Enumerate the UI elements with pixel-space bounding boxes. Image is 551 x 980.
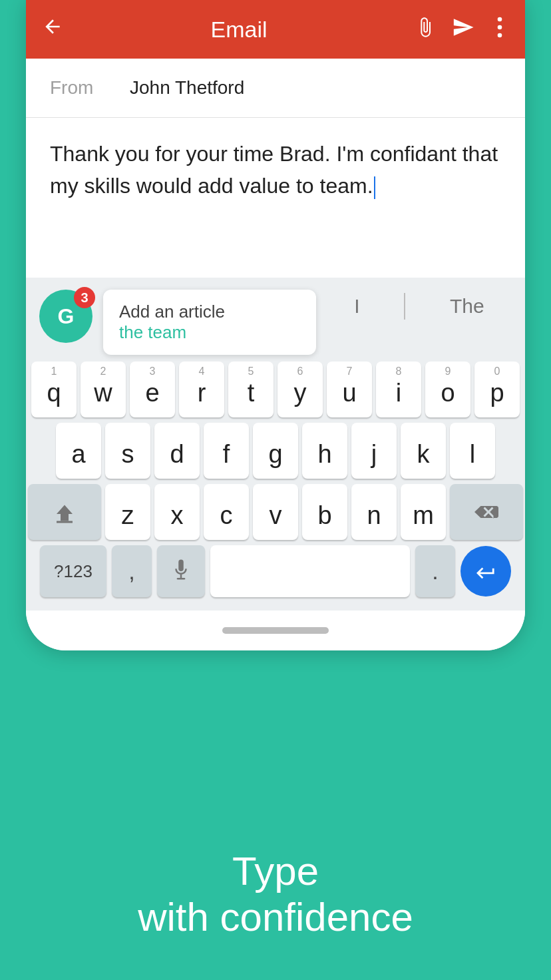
suggestion-option-the[interactable]: The: [439, 290, 495, 323]
email-text: Thank you for your time Brad. I'm confid…: [50, 138, 501, 202]
key-e[interactable]: 3e: [130, 362, 175, 417]
key-s[interactable]: s: [105, 423, 150, 479]
keyboard-row-3: z x c v b n m: [26, 484, 525, 540]
suggestion-divider: [404, 293, 405, 320]
key-y[interactable]: 6y: [277, 362, 323, 417]
keyboard-bottom-row: ?123 , .: [26, 545, 525, 597]
suggestion-area: G 3 Add an article the team I The: [26, 278, 525, 355]
key-b[interactable]: b: [302, 484, 347, 540]
key-t[interactable]: 5t: [228, 362, 274, 417]
attach-icon[interactable]: [415, 17, 436, 43]
svg-point-0: [498, 17, 502, 21]
top-bar-icons: [415, 15, 509, 44]
comma-key[interactable]: ,: [112, 545, 152, 597]
svg-point-2: [498, 33, 502, 37]
keyboard-row-2: a s d f g h j k l: [26, 423, 525, 479]
key-q[interactable]: 1q: [31, 362, 77, 417]
enter-key[interactable]: [460, 546, 511, 597]
number-key[interactable]: ?123: [40, 545, 106, 597]
key-i[interactable]: 8i: [376, 362, 421, 417]
bottom-text: Type with confidence: [0, 848, 551, 940]
phone-shell: Email From John Thetford Thank you for y: [26, 0, 525, 650]
svg-point-1: [498, 25, 502, 29]
svg-rect-4: [57, 521, 73, 523]
key-g[interactable]: g: [253, 423, 298, 479]
svg-rect-7: [177, 578, 186, 580]
keyboard: 1q 2w 3e 4r 5t 6y 7u 8i 9o 0p a s d f g …: [26, 355, 525, 611]
key-p[interactable]: 0p: [474, 362, 520, 417]
key-z[interactable]: z: [105, 484, 150, 540]
key-h[interactable]: h: [302, 423, 347, 479]
from-value: John Thetford: [130, 77, 244, 99]
key-k[interactable]: k: [401, 423, 446, 479]
shift-key[interactable]: [28, 484, 101, 540]
bottom-text-line1: Type: [0, 848, 551, 894]
key-l[interactable]: l: [450, 423, 495, 479]
key-f[interactable]: f: [204, 423, 249, 479]
key-a[interactable]: a: [56, 423, 101, 479]
send-icon[interactable]: [452, 16, 474, 43]
email-body[interactable]: Thank you for your time Brad. I'm confid…: [26, 118, 525, 278]
backspace-key[interactable]: [450, 484, 523, 540]
key-o[interactable]: 9o: [425, 362, 470, 417]
more-icon[interactable]: [490, 15, 509, 44]
svg-text:G: G: [58, 304, 75, 328]
key-m[interactable]: m: [401, 484, 446, 540]
svg-rect-5: [178, 560, 184, 572]
period-key[interactable]: .: [415, 545, 455, 597]
keyboard-row-1: 1q 2w 3e 4r 5t 6y 7u 8i 9o 0p: [26, 362, 525, 417]
suggestion-highlight: the team: [119, 322, 186, 342]
text-cursor: [374, 176, 375, 199]
back-button[interactable]: [42, 16, 63, 43]
suggestion-bubble[interactable]: Add an article the team: [103, 290, 316, 355]
key-w[interactable]: 2w: [81, 362, 126, 417]
mic-key[interactable]: [157, 545, 205, 597]
suggestion-title: Add an article: [119, 302, 225, 322]
suggestion-option-i[interactable]: I: [343, 290, 370, 323]
home-indicator: [26, 611, 525, 650]
grammarly-badge: 3: [74, 287, 95, 308]
key-r[interactable]: 4r: [179, 362, 224, 417]
from-label: From: [50, 77, 130, 99]
key-c[interactable]: c: [204, 484, 249, 540]
key-u[interactable]: 7u: [327, 362, 372, 417]
grammarly-icon-wrap[interactable]: G 3: [39, 290, 92, 343]
key-x[interactable]: x: [154, 484, 200, 540]
key-v[interactable]: v: [253, 484, 298, 540]
bottom-text-line2: with confidence: [0, 894, 551, 940]
key-j[interactable]: j: [351, 423, 397, 479]
app-title: Email: [74, 17, 404, 43]
from-row: From John Thetford: [26, 59, 525, 118]
svg-rect-6: [180, 575, 182, 578]
home-pill: [222, 627, 329, 634]
key-d[interactable]: d: [154, 423, 200, 479]
key-n[interactable]: n: [351, 484, 397, 540]
space-key[interactable]: [210, 545, 410, 597]
suggestion-options: I The: [327, 290, 512, 328]
top-bar: Email: [26, 0, 525, 59]
